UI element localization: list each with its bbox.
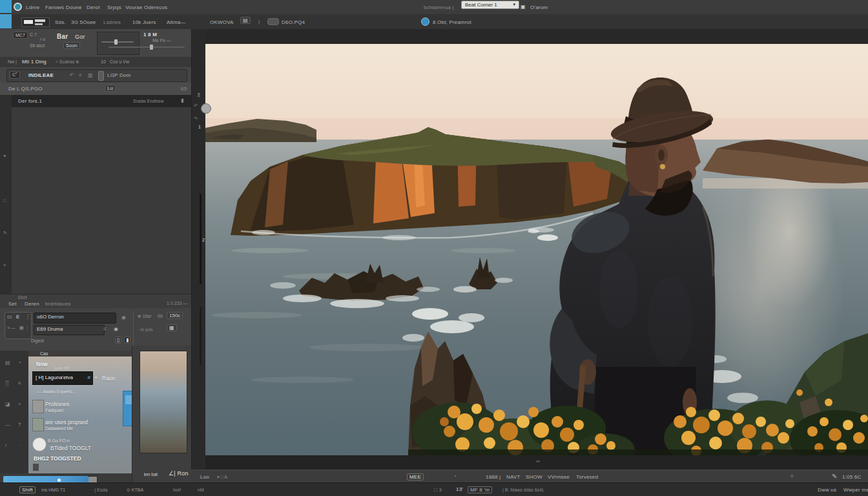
list-mode-icon[interactable]: ≡ — (7, 326, 16, 330)
status-left-icons[interactable]: ▾ □ A (217, 475, 227, 480)
status-menu-item[interactable]: VVrmsee (548, 474, 570, 480)
tool-icon-dot[interactable]: · (18, 442, 20, 448)
menu-item[interactable]: Ldnre (26, 5, 39, 10)
bottom-icon-group[interactable]: □ 3 (434, 487, 442, 493)
status-gauge-icon[interactable]: ◔ (453, 473, 457, 479)
tool-tile[interactable] (0, 14, 12, 28)
menu-item[interactable]: Derot (87, 5, 100, 10)
align-icon[interactable]: ≡ (103, 326, 107, 332)
tool-icon-fill[interactable]: ▒ (5, 380, 9, 386)
tool-icon-slash[interactable]: / (5, 442, 6, 448)
menu-item[interactable]: Vourae (125, 5, 143, 10)
row-title[interactable]: Mti 1 Ding (22, 59, 46, 65)
list-item[interactable]: — Awato Experts… (37, 389, 77, 394)
doc-size-badge[interactable]: MF 8 'm (468, 486, 492, 493)
menu-item[interactable]: Srpqs (107, 5, 121, 10)
tool-icon-type[interactable]: T (18, 422, 21, 428)
tool-icon-shape[interactable]: ◪ (5, 401, 10, 407)
list-item[interactable]: Now (36, 361, 48, 367)
bottom-right-link-a[interactable]: Dww us (818, 487, 836, 493)
status-list-icon[interactable]: ≡ (790, 473, 794, 479)
status-center-badge[interactable]: MEE (407, 473, 424, 480)
digest-btn-a[interactable]: ▯ (115, 336, 121, 344)
bottom-hint-c[interactable]: ⊙ KTBA (127, 488, 143, 493)
preview-thumbnail[interactable] (140, 351, 187, 453)
option-label[interactable]: Sds. (55, 19, 66, 25)
props-tab[interactable]: Set (8, 301, 17, 307)
tool-icon-add[interactable]: + (18, 401, 21, 407)
menu-item[interactable]: Fanows (45, 5, 64, 10)
list-item[interactable]: Prolssnes (45, 401, 69, 408)
mini-swatch[interactable] (98, 71, 104, 81)
list-icon[interactable]: ≡ (79, 72, 82, 78)
style-field[interactable]: E69 Druma (34, 325, 105, 335)
mode-button[interactable]: Gor (75, 34, 85, 40)
path-button[interactable]: Lu (105, 85, 116, 92)
eye-icon[interactable]: ◉ (121, 315, 126, 320)
option-label[interactable]: Altma— (167, 19, 186, 25)
redo-icon[interactable]: ↷ (194, 116, 198, 121)
scroll-knob[interactable] (201, 103, 211, 114)
menu-item[interactable]: Oderecos (144, 5, 167, 10)
menubar-dropdown[interactable]: Beat Corner 1 ▾ (461, 1, 519, 9)
grid-icon[interactable]: ▣ (521, 4, 526, 10)
status-menu-item[interactable]: SHOW (526, 474, 542, 480)
toggle-switch[interactable] (267, 18, 279, 25)
status-left-label[interactable]: Loo (200, 474, 209, 480)
list-item[interactable]: B Gu FO n (48, 439, 69, 443)
edge-icon[interactable]: ◂ (3, 153, 6, 158)
option-label[interactable]: 10k Juers (132, 19, 156, 25)
preset-well[interactable] (97, 32, 140, 55)
canvas-handle[interactable] (536, 460, 540, 462)
tool-preset-icon[interactable] (21, 17, 50, 27)
size-button[interactable]: 150c (167, 312, 183, 319)
status-menu-item[interactable]: 1888 | (486, 474, 501, 480)
tool-icon-line[interactable]: — (5, 422, 10, 428)
digest-btn-b[interactable]: ▮ (124, 336, 130, 344)
tab-close-icon[interactable]: ▮ (181, 98, 184, 103)
app-tile[interactable] (0, 0, 12, 13)
picker-button[interactable]: ▤ (240, 17, 251, 24)
edge-icon[interactable]: □ (3, 198, 6, 203)
bottom-right-link-b[interactable]: Wwper me (843, 487, 868, 493)
status-menu-item[interactable]: Torvesed (576, 474, 598, 480)
selected-list-item[interactable]: [ H] Laguna'etva # (32, 371, 93, 385)
e-tool-icon[interactable]: E (16, 314, 20, 320)
tool-icon-marquee[interactable]: ▤ (5, 360, 10, 366)
grid-mode-icon[interactable]: ▦ ⋮ (19, 326, 30, 331)
option-label[interactable]: Lsdnes (103, 19, 121, 25)
strip-bar-icon[interactable]: ▯ (198, 92, 200, 98)
slider-handle[interactable] (114, 39, 118, 45)
canvas-area[interactable] (205, 29, 868, 470)
name-field[interactable]: o6O Derron (34, 313, 116, 324)
tool-icon-list[interactable]: ≡ (18, 380, 21, 386)
edge-icon[interactable]: ≡ (3, 263, 6, 267)
vertical-scrollbar[interactable] (200, 194, 202, 284)
zoom-value[interactable]: 13' (456, 486, 463, 492)
mode-button[interactable]: Bar (57, 33, 68, 40)
document-tab[interactable]: Der fors.1 (18, 98, 42, 104)
status-menu-item[interactable]: NAVT (506, 474, 521, 480)
row-name[interactable]: INDILEAE (28, 72, 54, 78)
list-item[interactable]: BHG2 TOOGSTED (34, 455, 81, 462)
vertical-scrollbar-2[interactable] (200, 307, 202, 365)
tool-icon-lasso[interactable]: ◔ (18, 360, 21, 366)
props-tab[interactable]: Deren (25, 301, 39, 307)
kebab-icon[interactable]: ⋮ (25, 314, 30, 320)
panel-icon[interactable]: ▥ (88, 72, 93, 78)
row2-button[interactable]: 5oon (63, 42, 80, 49)
slider-handle[interactable] (150, 45, 153, 50)
row-chip[interactable]: C⌜ (10, 71, 20, 79)
menu-item[interactable]: Doune (66, 5, 82, 10)
undo-icon[interactable]: ↶ (194, 103, 198, 108)
list-item[interactable]: are uses propsed (45, 419, 88, 426)
rect-tool-icon[interactable]: ▭ (7, 314, 12, 320)
list-item[interactable]: Raon (102, 375, 115, 382)
edge-icon[interactable]: ✎ (3, 231, 7, 236)
menubar-right-label[interactable]: O'arom (530, 5, 548, 10)
option-label[interactable]: 3G 5Ooee (71, 19, 96, 25)
tool-chip[interactable]: MC7 (13, 32, 28, 39)
undo-icon[interactable]: ↶ (70, 72, 74, 78)
props-tab[interactable]: brdrtdaves (45, 301, 71, 307)
pattern-button[interactable]: ▦ (167, 324, 177, 331)
